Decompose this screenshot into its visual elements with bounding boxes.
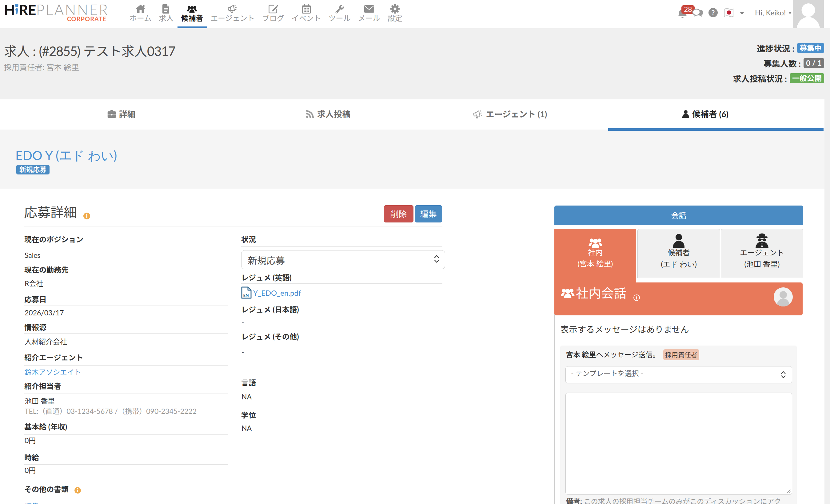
svg-text:EN: EN — [243, 293, 249, 298]
